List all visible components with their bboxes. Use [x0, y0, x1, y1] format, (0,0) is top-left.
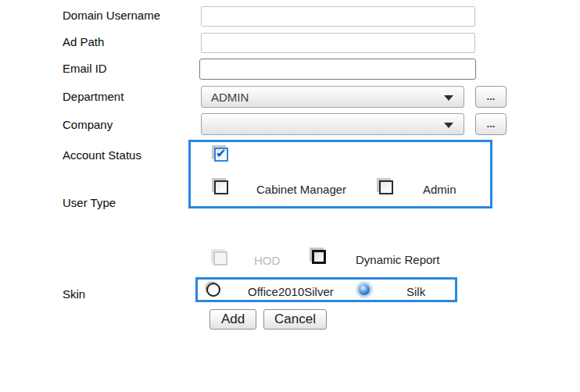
- admin-checkbox[interactable]: [379, 180, 393, 194]
- company-dropdown[interactable]: [201, 113, 464, 135]
- department-label: Department: [63, 90, 124, 103]
- dynamic-report-checkbox[interactable]: [312, 250, 326, 264]
- department-selected-value: ADMIN: [211, 91, 249, 104]
- email-id-input[interactable]: [199, 59, 476, 80]
- skin-label: Skin: [63, 287, 85, 301]
- user-type-label: User Type: [63, 196, 116, 209]
- department-dropdown[interactable]: ADMIN: [201, 86, 464, 108]
- ad-path-input[interactable]: [201, 33, 475, 53]
- email-id-label: Email ID: [63, 62, 107, 75]
- domain-username-label: Domain Username: [63, 9, 160, 22]
- check-icon: ✔: [216, 146, 226, 161]
- silk-radio[interactable]: [357, 283, 371, 297]
- department-browse-button[interactable]: ...: [475, 86, 507, 108]
- cabinet-manager-label: Cabinet Manager: [256, 183, 346, 196]
- hod-checkbox: [213, 251, 227, 265]
- add-button[interactable]: Add: [209, 309, 256, 330]
- company-label: Company: [63, 118, 113, 131]
- cancel-button[interactable]: Cancel: [263, 309, 327, 330]
- account-status-label: Account Status: [63, 148, 141, 162]
- hod-label: HOD: [254, 254, 280, 267]
- cabinet-manager-checkbox[interactable]: [214, 180, 228, 194]
- admin-label: Admin: [423, 183, 456, 196]
- office2010silver-radio[interactable]: [206, 283, 220, 297]
- office2010silver-label: Office2010Silver: [248, 285, 334, 298]
- silk-label: Silk: [406, 285, 425, 298]
- domain-username-input[interactable]: [201, 6, 475, 27]
- chevron-down-icon: [444, 95, 453, 101]
- dynamic-report-label: Dynamic Report: [356, 253, 440, 266]
- account-usertype-highlight-box: [188, 140, 492, 208]
- account-status-checkbox[interactable]: ✔: [214, 148, 228, 162]
- ad-path-label: Ad Path: [63, 35, 104, 48]
- user-form: Domain Username Ad Path Email ID Departm…: [0, 0, 580, 392]
- company-browse-button[interactable]: ...: [475, 113, 507, 135]
- chevron-down-icon: [444, 123, 453, 128]
